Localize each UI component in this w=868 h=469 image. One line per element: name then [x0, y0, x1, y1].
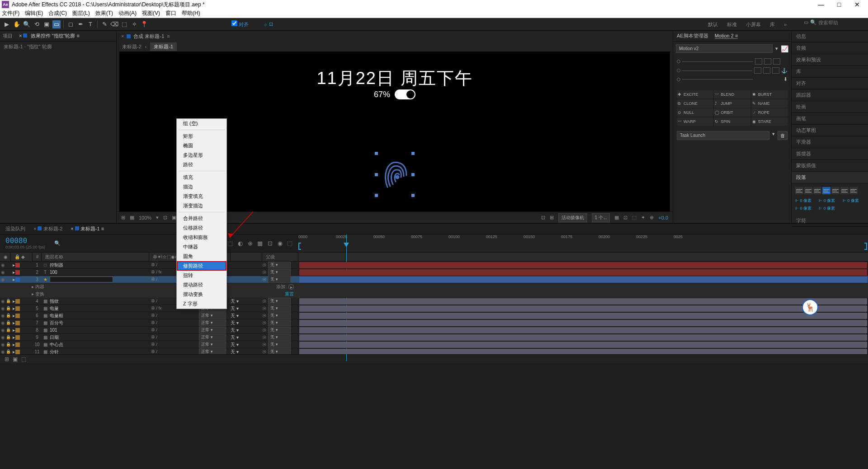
tl-icon-3[interactable]: ⊕	[246, 239, 254, 248]
text-tool-icon[interactable]: T	[86, 20, 94, 28]
vf-icon11[interactable]: ⊕	[650, 215, 654, 220]
help-search[interactable]: ▭ 🔍	[804, 19, 863, 25]
vf-icon10[interactable]: ✦	[641, 215, 645, 220]
timeline-tab[interactable]: × 未标题-2	[33, 225, 62, 232]
slider-1[interactable]	[682, 61, 753, 62]
task-delete-button[interactable]: 🗑	[778, 131, 788, 140]
ctx-item[interactable]: 摆动路径	[177, 280, 226, 290]
layer-name-input[interactable]	[50, 277, 113, 282]
zoom-tool-icon[interactable]: 🔍	[23, 20, 31, 28]
ctx-item[interactable]: 组 (空)	[177, 119, 226, 128]
ctx-item[interactable]: 摆动变换	[177, 290, 226, 299]
roto-tool-icon[interactable]: ✧	[130, 20, 138, 28]
layer-sub-row[interactable]: ▸ 变换重置	[0, 291, 868, 298]
menu-item[interactable]: 效果(T)	[95, 9, 113, 17]
timeline-tab[interactable]: 渲染队列	[5, 225, 25, 232]
motion-null-button[interactable]: ⊙NULL	[677, 108, 713, 117]
panel-section[interactable]: 跟踪器	[792, 89, 868, 101]
ctx-item[interactable]: 收缩和膨胀	[177, 233, 226, 242]
workspace-tab[interactable]: 标准	[727, 21, 737, 28]
menu-item[interactable]: 动画(A)	[118, 9, 137, 17]
tlf-icon3[interactable]: ⬚	[21, 356, 26, 362]
search-input[interactable]	[818, 20, 863, 25]
panel-section[interactable]: 动态草图	[792, 125, 868, 136]
menu-item[interactable]: 编辑(E)	[25, 9, 43, 17]
effect-controls-tab[interactable]: × 效果控件 "指纹"轮廓 ≡	[19, 33, 80, 39]
align-button[interactable]	[840, 187, 849, 194]
task-launch-select[interactable]: Task Launch	[677, 131, 769, 140]
panel-section[interactable]: 对齐	[792, 78, 868, 89]
motion-excite-button[interactable]: ✚EXCITE	[677, 90, 713, 98]
anchor-icon[interactable]: ⚓	[781, 68, 788, 74]
ctx-item[interactable]: 渐变描边	[177, 201, 226, 211]
ctx-item[interactable]: 圆角	[177, 252, 226, 261]
panel-section[interactable]: 信息	[792, 31, 868, 42]
shape-add-context-menu[interactable]: 组 (空)矩形椭圆多边星形路径填充描边渐变填充渐变描边合并路径位移路径收缩和膨胀…	[176, 118, 227, 309]
motion2-tab[interactable]: Motion 2 ≡	[715, 33, 738, 39]
tlf-icon1[interactable]: ⊞	[5, 356, 9, 362]
exposure-value[interactable]: +0.0	[658, 215, 668, 220]
download-icon[interactable]: ⬇	[783, 76, 788, 82]
motion-jump-button[interactable]: ⤴JUMP	[714, 99, 750, 108]
align-button[interactable]	[804, 187, 812, 194]
rect-tool-icon[interactable]: ▭	[52, 20, 61, 28]
shape-tool-icon[interactable]: ◻	[66, 20, 75, 28]
menu-item[interactable]: 图层(L)	[72, 9, 90, 17]
hand-tool-icon[interactable]: ✋	[13, 20, 21, 28]
panel-section[interactable]: 绘画	[792, 101, 868, 113]
motion-orbit-button[interactable]: ◯ORBIT	[714, 108, 750, 117]
close-button[interactable]: ✕	[848, 0, 866, 9]
tlf-icon2[interactable]: ▣	[13, 356, 18, 362]
motion-warp-button[interactable]: 〰WARP	[677, 117, 713, 126]
panel-section[interactable]: 蒙版插值	[792, 160, 868, 172]
menu-item[interactable]: 视图(V)	[142, 9, 160, 17]
motion-spin-button[interactable]: ↻SPIN	[714, 117, 750, 126]
ctx-item[interactable]: 椭圆	[177, 141, 226, 150]
col-parent[interactable]: 父级	[262, 253, 298, 261]
col-layer-name[interactable]: 图层名称	[42, 253, 149, 261]
zoom-value[interactable]: 100%	[139, 215, 151, 220]
work-area-start[interactable]	[298, 243, 301, 250]
camera-select[interactable]: 活动摄像机	[558, 213, 587, 222]
layer-row[interactable]: ◉🔒▸10▦中心点单 /正常 ▾无 ▾☉ 无 ▾	[0, 341, 868, 348]
puppet-tool-icon[interactable]: 📍	[140, 20, 148, 28]
tl-icon-1[interactable]: ⬚	[226, 239, 234, 248]
breadcrumb-2[interactable]: 未标题-1	[150, 42, 177, 51]
slider-3[interactable]	[682, 79, 753, 80]
layer-row[interactable]: ◉🔒▸4▦指纹单 /正常 ▾无 ▾☉ 无 ▾	[0, 298, 868, 305]
align-button[interactable]	[822, 187, 830, 194]
menu-item[interactable]: 合成(C)	[48, 9, 67, 17]
layer-row[interactable]: ◉🔒▸5▦电量单 / fx正常 ▾无 ▾☉ 无 ▾	[0, 305, 868, 312]
ctx-item[interactable]: 多边星形	[177, 150, 226, 160]
comp-tab-label[interactable]: 合成 未标题-1	[133, 33, 164, 40]
motion-name-button[interactable]: ✎NAME	[751, 99, 788, 108]
eraser-tool-icon[interactable]: ⬚	[120, 20, 128, 28]
vf-icon8[interactable]: ⊡	[623, 215, 627, 220]
ctx-item[interactable]: 矩形	[177, 131, 226, 141]
vf-icon5[interactable]: ⊡	[541, 215, 545, 220]
layer-row[interactable]: ◉🔒▸7▦百分号单 /正常 ▾无 ▾☉ 无 ▾	[0, 319, 868, 327]
align-button[interactable]	[849, 187, 858, 194]
menu-item[interactable]: 窗口	[165, 9, 176, 17]
panel-section[interactable]: 平滑器	[792, 136, 868, 148]
vf-icon2[interactable]: ▦	[130, 215, 134, 220]
vf-icon7[interactable]: ▦	[614, 215, 619, 220]
ctx-item[interactable]: 位移路径	[177, 223, 226, 233]
vf-icon1[interactable]: ⊞	[121, 215, 125, 220]
layer-row[interactable]: ◉▸3★单 /☉ 无 ▾	[0, 276, 868, 283]
motion-stare-button[interactable]: ◉STARE	[751, 117, 788, 126]
ctx-item[interactable]: Z 字形	[177, 299, 226, 309]
layer-row[interactable]: ◉🔒▸6▦电量框单 /正常 ▾无 ▾☉ 无 ▾	[0, 312, 868, 319]
layer-row[interactable]: ◉🔒▸9▦日期单 /正常 ▾无 ▾☉ 无 ▾	[0, 334, 868, 341]
ctx-item[interactable]: 中继器	[177, 242, 226, 252]
orbit-tool-icon[interactable]: ⟲	[33, 20, 41, 28]
workspace-tab[interactable]: 库	[770, 21, 775, 28]
camera-tool-icon[interactable]: ▣	[42, 20, 51, 28]
ctx-item[interactable]: 渐变填充	[177, 192, 226, 201]
motion-clone-button[interactable]: ⧉CLONE	[677, 99, 713, 108]
slider-2[interactable]	[682, 70, 752, 71]
menubar[interactable]: 文件(F)编辑(E)合成(C)图层(L)效果(T)动画(A)视图(V)窗口帮助(…	[0, 9, 868, 18]
panel-section[interactable]: 效果和预设	[792, 54, 868, 66]
layer-sub-row[interactable]: ▸ 内容添加: ▸	[0, 283, 868, 291]
motion-blend-button[interactable]: 〰BLEND	[714, 90, 750, 98]
